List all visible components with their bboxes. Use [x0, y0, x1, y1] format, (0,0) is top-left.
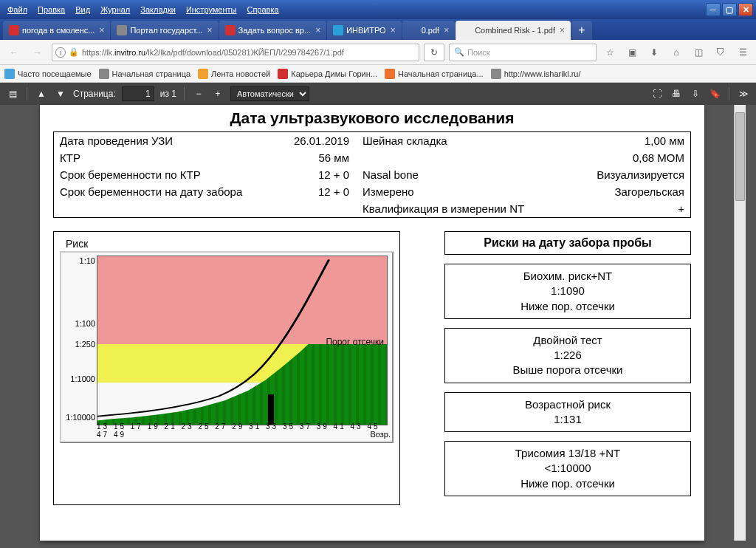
close-tab-icon[interactable]: ×: [560, 25, 565, 35]
maximize-button[interactable]: ▢: [722, 3, 737, 16]
close-tab-icon[interactable]: ×: [444, 25, 449, 35]
favicon: [9, 25, 19, 35]
risk-title: Трисомия 13/18 +NT: [453, 446, 683, 461]
info-key: [60, 202, 267, 215]
menu-journal[interactable]: Журнал: [96, 4, 134, 16]
new-tab-button[interactable]: +: [571, 21, 592, 40]
tools-icon[interactable]: ≫: [737, 87, 750, 100]
close-tab-icon[interactable]: ×: [315, 25, 320, 35]
tab-4[interactable]: 0.pdf×: [402, 21, 455, 40]
bookmark-label: http://www.ishariki.ru/: [504, 69, 581, 78]
info-row: Срок беременности по КТР12 + 0Nasal bone…: [54, 166, 690, 183]
threshold-label: Порог отсечки: [326, 337, 384, 347]
info-row: Квалификация в измерении NT+: [54, 200, 690, 217]
menu-icon[interactable]: ☰: [734, 44, 752, 61]
document-title: Дата ультразвукового исследования: [53, 109, 691, 127]
bookmark-icon: [4, 69, 15, 79]
bookmark-5[interactable]: http://www.ishariki.ru/: [491, 69, 581, 79]
home-icon[interactable]: ⌂: [667, 44, 685, 61]
pdf-page: Дата ультразвукового исследования Дата п…: [40, 105, 704, 541]
page-label: Страница:: [73, 89, 116, 99]
bookmark-icon: [198, 69, 208, 79]
info-key: Измерено: [355, 185, 525, 198]
bookmarks-bar: Часто посещаемыеНачальная страницаЛента …: [0, 65, 756, 83]
bookmark-icon[interactable]: 🔖: [708, 87, 721, 100]
tab-3[interactable]: ИНВИТРО×: [327, 21, 401, 40]
pocket-icon[interactable]: ▣: [623, 44, 641, 61]
menu-file[interactable]: Файл: [3, 4, 32, 16]
page-down-icon[interactable]: ▼: [54, 87, 67, 100]
forward-button[interactable]: →: [28, 43, 47, 62]
bookmark-3[interactable]: Карьера Димы Горин...: [278, 69, 377, 79]
page-number-input[interactable]: [122, 86, 154, 101]
bookmark-4[interactable]: Начальная страница...: [385, 69, 484, 79]
info-icon[interactable]: i: [55, 47, 66, 58]
minimize-button[interactable]: ─: [706, 3, 721, 16]
zoom-out-icon[interactable]: −: [192, 87, 205, 100]
menu-help[interactable]: Справка: [242, 4, 283, 16]
risk-note: Ниже пор. отсечки: [453, 299, 683, 314]
close-tab-icon[interactable]: ×: [207, 25, 213, 35]
info-key: Nasal bone: [355, 168, 525, 181]
info-val: 1,00 мм: [525, 134, 684, 147]
reload-button[interactable]: ↻: [424, 44, 444, 61]
risk-note: Выше порога отсечки: [453, 363, 683, 377]
tab-5[interactable]: Combined Risk - 1.pdf×: [456, 21, 571, 40]
risk-value: <1:10000: [453, 461, 683, 476]
page-up-icon[interactable]: ▲: [35, 87, 48, 100]
x-axis: 13 15 17 19 21 23 25 27 29 31 33 35 37 3…: [97, 422, 388, 439]
info-key: Срок беременности по КТР: [60, 168, 267, 181]
address-bar: ← → i 🔒 https://lk.invitro.ru/lk2/lka/pd…: [0, 40, 756, 65]
risk-title: Возрастной риск: [453, 397, 683, 412]
info-key: Шейная складка: [355, 134, 525, 147]
downloads-icon[interactable]: ⬇: [645, 44, 663, 61]
sidebar-toggle-icon[interactable]: ▤: [6, 87, 19, 100]
info-val: Визуализируется: [525, 168, 684, 181]
bookmark-1[interactable]: Начальная страница: [99, 69, 190, 79]
info-val: [267, 202, 355, 215]
menu-view[interactable]: Вид: [71, 4, 94, 16]
menu-edit[interactable]: Правка: [33, 4, 69, 16]
tab-label: Combined Risk - 1.pdf: [475, 26, 555, 35]
back-button[interactable]: ←: [4, 43, 24, 62]
bookmark-0[interactable]: Часто посещаемые: [4, 69, 92, 79]
info-key: Дата проведения УЗИ: [60, 134, 267, 147]
risk-box-3: Трисомия 13/18 +NT<1:10000Ниже пор. отсе…: [444, 441, 691, 496]
download-icon[interactable]: ⇩: [689, 87, 702, 100]
search-field[interactable]: 🔍 Поиск: [449, 44, 597, 61]
menu-bar[interactable]: Файл Правка Вид Журнал Закладки Инструме…: [3, 4, 284, 16]
bookmark-2[interactable]: Лента новостей: [198, 69, 270, 79]
patient-age-marker: [268, 394, 274, 425]
info-val: 0,68 MOM: [525, 151, 684, 164]
scrollbar[interactable]: [734, 105, 746, 541]
risk-value: 1:226: [453, 348, 683, 363]
zoom-select[interactable]: Автоматически: [230, 86, 309, 101]
bookmark-star-icon[interactable]: ☆: [601, 44, 619, 61]
bookmark-icon: [491, 69, 501, 79]
info-val: 12 + 0: [267, 168, 355, 181]
fullscreen-icon[interactable]: ⛶: [650, 87, 664, 100]
print-icon[interactable]: 🖶: [670, 87, 683, 100]
tab-2[interactable]: Задать вопрос вр...×: [219, 21, 327, 40]
shield-icon[interactable]: ⛉: [712, 44, 729, 61]
sidebar-icon[interactable]: ◫: [690, 44, 707, 61]
close-button[interactable]: ✕: [738, 3, 753, 16]
menu-tools[interactable]: Инструменты: [182, 4, 241, 16]
info-key: КТР: [60, 151, 267, 164]
risk-column: Риски на дату забора пробы Биохим. риск+…: [444, 231, 691, 505]
x-axis-label: Возр.: [370, 430, 391, 439]
bookmark-icon: [99, 69, 109, 79]
close-tab-icon[interactable]: ×: [99, 25, 104, 35]
zoom-in-icon[interactable]: +: [211, 87, 224, 100]
close-tab-icon[interactable]: ×: [391, 25, 396, 35]
tab-1[interactable]: Портал государст...×: [111, 21, 218, 40]
url-field[interactable]: i 🔒 https://lk.invitro.ru/lk2/lka/pdf/do…: [52, 44, 419, 61]
scrollbar-thumb[interactable]: [735, 112, 745, 201]
tab-label: 0.pdf: [422, 26, 439, 35]
favicon: [225, 25, 236, 35]
info-val: 12 + 0: [267, 185, 355, 198]
tab-0[interactable]: погода в смоленс...×: [3, 21, 110, 40]
risk-box-2: Возрастной риск1:131: [444, 392, 691, 433]
menu-bookmarks[interactable]: Закладки: [136, 4, 180, 16]
info-key: Срок беременности на дату забора: [60, 185, 267, 198]
